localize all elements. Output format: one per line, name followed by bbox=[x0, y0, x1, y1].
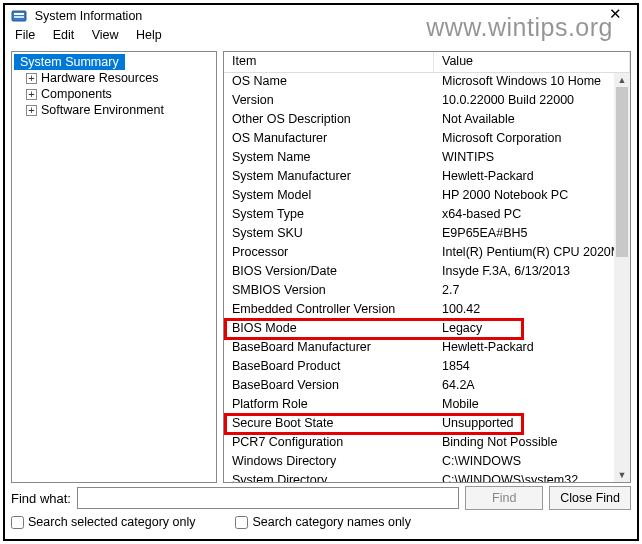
table-row[interactable]: BaseBoard Product1854 bbox=[224, 358, 630, 377]
table-row[interactable]: System ManufacturerHewlett-Packard bbox=[224, 168, 630, 187]
find-what-label: Find what: bbox=[11, 491, 71, 506]
table-row[interactable]: Version10.0.22000 Build 22000 bbox=[224, 92, 630, 111]
cell-value: 1854 bbox=[434, 358, 630, 377]
table-row[interactable]: Platform RoleMobile bbox=[224, 396, 630, 415]
cell-value: WINTIPS bbox=[434, 149, 630, 168]
cell-item: System Type bbox=[224, 206, 434, 225]
expand-icon[interactable]: + bbox=[26, 105, 37, 116]
tree-label: Hardware Resources bbox=[41, 71, 158, 85]
table-row[interactable]: System DirectoryC:\WINDOWS\system32 bbox=[224, 472, 630, 482]
menubar: File Edit View Help bbox=[5, 27, 637, 47]
cell-value: Unsupported bbox=[434, 415, 630, 434]
find-button[interactable]: Find bbox=[465, 486, 543, 510]
table-row[interactable]: BaseBoard ManufacturerHewlett-Packard bbox=[224, 339, 630, 358]
table-row[interactable]: Embedded Controller Version100.42 bbox=[224, 301, 630, 320]
cell-value: Microsoft Windows 10 Home bbox=[434, 73, 630, 92]
cell-item: System Model bbox=[224, 187, 434, 206]
cell-item: Version bbox=[224, 92, 434, 111]
cell-value: C:\WINDOWS\system32 bbox=[434, 472, 630, 482]
table-row[interactable]: BIOS ModeLegacy bbox=[224, 320, 630, 339]
close-find-button[interactable]: Close Find bbox=[549, 486, 631, 510]
menu-help[interactable]: Help bbox=[130, 27, 170, 43]
table-row[interactable]: System Typex64-based PC bbox=[224, 206, 630, 225]
search-category-names-checkbox[interactable]: Search category names only bbox=[235, 515, 410, 529]
menu-edit[interactable]: Edit bbox=[47, 27, 83, 43]
table-row[interactable]: System SKUE9P65EA#BH5 bbox=[224, 225, 630, 244]
cell-value: Hewlett-Packard bbox=[434, 168, 630, 187]
cell-value: 2.7 bbox=[434, 282, 630, 301]
menu-view[interactable]: View bbox=[86, 27, 127, 43]
scroll-up-icon[interactable]: ▲ bbox=[614, 73, 630, 87]
cell-item: System Name bbox=[224, 149, 434, 168]
tree-pane: System Summary +Hardware Resources +Comp… bbox=[11, 51, 217, 483]
titlebar: System Information ✕ bbox=[5, 5, 637, 27]
vertical-scrollbar[interactable]: ▲ ▼ bbox=[614, 73, 630, 482]
tree-label: Components bbox=[41, 87, 112, 101]
cell-value: Hewlett-Packard bbox=[434, 339, 630, 358]
cell-item: Windows Directory bbox=[224, 453, 434, 472]
cell-item: BaseBoard Product bbox=[224, 358, 434, 377]
checkbox-label: Search category names only bbox=[252, 515, 410, 529]
table-row[interactable]: Windows DirectoryC:\WINDOWS bbox=[224, 453, 630, 472]
table-row[interactable]: BIOS Version/DateInsyde F.3A, 6/13/2013 bbox=[224, 263, 630, 282]
svg-rect-2 bbox=[14, 16, 24, 18]
tree-label: Software Environment bbox=[41, 103, 164, 117]
list-pane: Item Value OS NameMicrosoft Windows 10 H… bbox=[223, 51, 631, 483]
search-selected-category-checkbox[interactable]: Search selected category only bbox=[11, 515, 195, 529]
expand-icon[interactable]: + bbox=[26, 73, 37, 84]
cell-item: System Directory bbox=[224, 472, 434, 482]
table-row[interactable]: PCR7 ConfigurationBinding Not Possible bbox=[224, 434, 630, 453]
column-header-item[interactable]: Item bbox=[224, 52, 434, 72]
cell-item: OS Manufacturer bbox=[224, 130, 434, 149]
cell-value: Intel(R) Pentium(R) CPU 2020M @ 2.40GHz, bbox=[434, 244, 630, 263]
cell-value: 100.42 bbox=[434, 301, 630, 320]
table-row[interactable]: ProcessorIntel(R) Pentium(R) CPU 2020M @… bbox=[224, 244, 630, 263]
cell-value: E9P65EA#BH5 bbox=[434, 225, 630, 244]
cell-value: Microsoft Corporation bbox=[434, 130, 630, 149]
checkbox-label: Search selected category only bbox=[28, 515, 195, 529]
cell-value: Mobile bbox=[434, 396, 630, 415]
tree-item-components[interactable]: +Components bbox=[12, 86, 216, 102]
cell-item: Platform Role bbox=[224, 396, 434, 415]
cell-value: Not Available bbox=[434, 111, 630, 130]
cell-item: Other OS Description bbox=[224, 111, 434, 130]
close-button[interactable]: ✕ bbox=[603, 5, 627, 25]
list-body: OS NameMicrosoft Windows 10 HomeVersion1… bbox=[224, 73, 630, 482]
table-row[interactable]: OS ManufacturerMicrosoft Corporation bbox=[224, 130, 630, 149]
tree-item-software-environment[interactable]: +Software Environment bbox=[12, 102, 216, 118]
expand-icon[interactable]: + bbox=[26, 89, 37, 100]
menu-file[interactable]: File bbox=[9, 27, 43, 43]
find-input[interactable] bbox=[77, 487, 459, 509]
cell-value: 64.2A bbox=[434, 377, 630, 396]
table-row[interactable]: Secure Boot StateUnsupported bbox=[224, 415, 630, 434]
cell-value: Legacy bbox=[434, 320, 630, 339]
table-row[interactable]: System NameWINTIPS bbox=[224, 149, 630, 168]
checkbox-icon[interactable] bbox=[235, 516, 248, 529]
cell-item: OS Name bbox=[224, 73, 434, 92]
scroll-thumb[interactable] bbox=[616, 87, 628, 257]
cell-item: Secure Boot State bbox=[224, 415, 434, 434]
cell-value: Binding Not Possible bbox=[434, 434, 630, 453]
tree-item-hardware-resources[interactable]: +Hardware Resources bbox=[12, 70, 216, 86]
table-row[interactable]: OS NameMicrosoft Windows 10 Home bbox=[224, 73, 630, 92]
cell-value: x64-based PC bbox=[434, 206, 630, 225]
column-header-value[interactable]: Value bbox=[434, 52, 630, 72]
table-row[interactable]: System ModelHP 2000 Notebook PC bbox=[224, 187, 630, 206]
table-row[interactable]: BaseBoard Version64.2A bbox=[224, 377, 630, 396]
list-header: Item Value bbox=[224, 52, 630, 73]
cell-item: BIOS Mode bbox=[224, 320, 434, 339]
cell-item: Embedded Controller Version bbox=[224, 301, 434, 320]
table-row[interactable]: Other OS DescriptionNot Available bbox=[224, 111, 630, 130]
cell-value: HP 2000 Notebook PC bbox=[434, 187, 630, 206]
cell-value: Insyde F.3A, 6/13/2013 bbox=[434, 263, 630, 282]
cell-item: BaseBoard Manufacturer bbox=[224, 339, 434, 358]
checkbox-icon[interactable] bbox=[11, 516, 24, 529]
cell-item: BIOS Version/Date bbox=[224, 263, 434, 282]
footer: Find what: Find Close Find Search select… bbox=[11, 485, 631, 535]
cell-item: System Manufacturer bbox=[224, 168, 434, 187]
tree-root-system-summary[interactable]: System Summary bbox=[14, 54, 125, 70]
scroll-down-icon[interactable]: ▼ bbox=[614, 468, 630, 482]
cell-item: Processor bbox=[224, 244, 434, 263]
table-row[interactable]: SMBIOS Version2.7 bbox=[224, 282, 630, 301]
cell-item: SMBIOS Version bbox=[224, 282, 434, 301]
